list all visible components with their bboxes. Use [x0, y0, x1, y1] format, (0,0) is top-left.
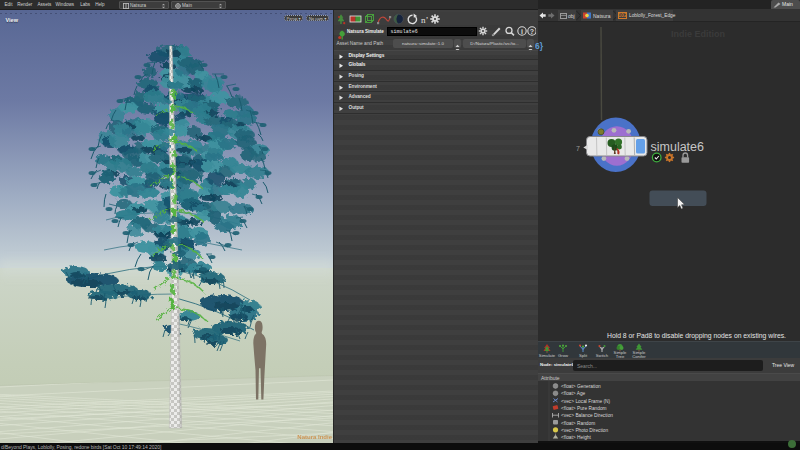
svg-text:Natura Indie: Natura Indie	[297, 434, 332, 440]
svg-text:<float> Height: <float> Height	[561, 435, 592, 440]
svg-text:<vec> Local Frame (N): <vec> Local Frame (N)	[561, 399, 610, 404]
svg-text:?: ?	[530, 27, 534, 34]
svg-text:i: i	[521, 28, 523, 35]
svg-text:<vec> Photo Direction: <vec> Photo Direction	[561, 428, 609, 433]
svg-text:simulate6: simulate6	[651, 140, 705, 154]
svg-text:7: 7	[576, 145, 580, 152]
svg-text:Simulate: Simulate	[539, 353, 556, 358]
svg-text:<float> Age: <float> Age	[561, 391, 586, 396]
svg-text:<float> Random: <float> Random	[561, 421, 595, 426]
svg-text:<vec> Balance Direction: <vec> Balance Direction	[561, 413, 613, 418]
svg-text:<float> Pure Random: <float> Pure Random	[561, 406, 607, 411]
svg-text:Split: Split	[579, 353, 588, 358]
svg-text:Grow: Grow	[558, 353, 569, 358]
svg-text:<float> Generation: <float> Generation	[561, 384, 601, 389]
svg-text:Switch: Switch	[596, 353, 609, 358]
svg-text:102: 102	[618, 12, 627, 18]
svg-text:n’: n’	[421, 15, 429, 25]
svg-text:Hold 8 or Pad8 to disable drop: Hold 8 or Pad8 to disable dropping nodes…	[607, 331, 786, 340]
